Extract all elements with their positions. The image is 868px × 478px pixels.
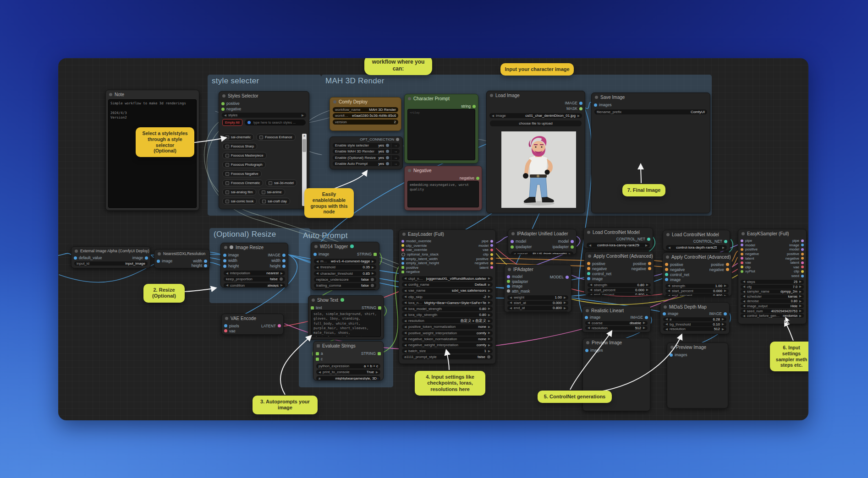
slot-dot-icon[interactable] (490, 257, 493, 260)
group-title[interactable]: Auto Prompt (299, 229, 393, 242)
output-slot[interactable]: positive (221, 101, 241, 106)
collapse-dot-icon[interactable] (670, 346, 674, 349)
node-wd14-tagger[interactable]: #22 ComfyUI WD 1.4 Tagger WD14 Tagger im… (311, 242, 379, 290)
prompt-textarea[interactable]: <riley (407, 109, 475, 160)
widget-row[interactable]: ◀input_idinput_image▶ (74, 261, 148, 266)
slot-dot-icon[interactable] (490, 240, 493, 243)
combo-left-arrow-icon[interactable]: ◀ (665, 322, 668, 326)
slot-dot-icon[interactable] (401, 244, 404, 247)
input-slot[interactable]: negative (587, 266, 611, 271)
slot-dot-icon[interactable] (587, 277, 590, 280)
combo-left-arrow-icon[interactable]: ◀ (510, 306, 512, 310)
slot-dot-icon[interactable] (571, 240, 574, 243)
widget-row[interactable]: ◀control_before_generaterandomize▶ (741, 314, 804, 318)
input-slot[interactable]: empty_latent_width (401, 256, 439, 261)
slot-dot-icon[interactable] (663, 312, 666, 315)
combo-right-arrow-icon[interactable]: ▶ (799, 314, 802, 318)
output-slot[interactable]: model (475, 244, 493, 248)
sticky-workflow-intro[interactable]: workflow where you can: (364, 58, 432, 75)
checkbox-icon[interactable] (225, 190, 229, 194)
combo-left-arrow-icon[interactable]: ◀ (404, 283, 407, 287)
input-slot[interactable]: model (741, 243, 759, 248)
slot-dot-icon[interactable] (396, 138, 399, 141)
slot-dot-icon[interactable] (801, 275, 804, 277)
combo-right-arrow-icon[interactable]: ▶ (488, 307, 490, 310)
collapse-dot-icon[interactable] (666, 255, 669, 259)
slot-dot-icon[interactable] (278, 324, 281, 327)
combo-right-arrow-icon[interactable]: ▶ (799, 299, 802, 303)
output-slot[interactable]: height (268, 263, 286, 269)
input-slot[interactable]: pipe (741, 239, 759, 243)
output-slot[interactable]: image (132, 256, 148, 260)
collapse-dot-icon[interactable] (317, 344, 320, 348)
combo-left-arrow-icon[interactable]: ◀ (588, 326, 590, 330)
style-toggle-button[interactable]: sai-comic book (222, 198, 257, 205)
widget-row[interactable]: ◀presetPLUS (high strength)▶ (511, 251, 573, 255)
slot-dot-icon[interactable] (204, 260, 207, 263)
combo-right-arrow-icon[interactable]: ▶ (488, 313, 490, 317)
node-title[interactable]: Preview Image (667, 343, 728, 351)
node-preview-image-2[interactable]: #27 Preview Image images (667, 342, 728, 408)
combo-left-arrow-icon[interactable]: ◀ (404, 331, 407, 335)
node-title[interactable]: Comfy Deploy (330, 98, 401, 106)
slot-dot-icon[interactable] (282, 265, 286, 268)
node-load-image[interactable]: #20 Load Image IMAGEMASK ◀imagecs01_char… (486, 91, 585, 213)
collapse-dot-icon[interactable] (742, 232, 745, 235)
combo-left-arrow-icon[interactable]: ◀ (226, 272, 228, 275)
combo-right-arrow-icon[interactable]: ▶ (564, 296, 566, 299)
node-image-resize[interactable]: #53 ComfyUI Essentials Image Resize imag… (220, 243, 288, 288)
widget-row[interactable]: ◀conditionalways▶ (224, 283, 285, 288)
style-toggle-button[interactable]: sai-anime (258, 189, 285, 196)
node-ipadapter[interactable]: #38 ComfyUI_IPAdapter_plus IPAdapter mod… (504, 265, 571, 312)
slot-dot-icon[interactable] (507, 280, 510, 283)
node-title[interactable]: Note (106, 90, 199, 98)
output-slot[interactable]: latent (475, 266, 493, 270)
collapse-dot-icon[interactable] (508, 268, 511, 271)
slot-dot-icon[interactable] (311, 306, 314, 310)
input-slot[interactable]: image (663, 312, 678, 315)
collapse-dot-icon[interactable] (588, 255, 591, 258)
slot-dot-icon[interactable] (648, 267, 651, 270)
slot-dot-icon[interactable] (313, 253, 317, 256)
output-slot[interactable]: CONTROL_NET (693, 239, 727, 243)
input-slot[interactable]: images (670, 352, 687, 358)
combo-left-arrow-icon[interactable]: ◀ (226, 283, 228, 287)
output-slot[interactable]: width (268, 258, 286, 263)
output-slot[interactable]: seed (786, 274, 804, 278)
group-title[interactable]: (Optional) Resize (209, 228, 310, 241)
output-slot[interactable]: positive (786, 252, 804, 256)
collapse-dot-icon[interactable] (312, 299, 315, 302)
collapse-dot-icon[interactable] (225, 317, 228, 320)
widget-row[interactable]: ◀strength0.80▶ (588, 283, 651, 287)
widget-row[interactable]: ◀steps25▶ (741, 280, 804, 284)
widget-row[interactable]: ◀control-lora-canny-rank256.safetensors▶ (587, 243, 650, 248)
combo-left-arrow-icon[interactable]: ◀ (404, 289, 407, 293)
output-slot[interactable]: model (553, 239, 574, 244)
widget-row[interactable]: ◀print_to_consoleTrue▶ (316, 369, 380, 375)
node-character-prompt[interactable]: #21 Crystools Character Prompt string <r… (404, 94, 478, 163)
group-title[interactable]: MAH 3D Render (321, 75, 712, 87)
widget-row[interactable]: ◀cfg7.0▶ (741, 285, 804, 289)
input-slot[interactable]: image (587, 276, 611, 281)
negative-textarea[interactable]: embedding:easynegative, worst quality (407, 181, 479, 207)
output-slot[interactable]: negative (632, 266, 651, 271)
combo-right-arrow-icon[interactable]: ▶ (488, 337, 490, 341)
combo-left-arrow-icon[interactable]: ◀ (404, 325, 407, 329)
combo-right-arrow-icon[interactable]: ▶ (643, 326, 645, 330)
slot-dot-icon[interactable] (587, 262, 590, 265)
input-slot[interactable]: clip (741, 265, 759, 270)
bypass-row[interactable]: Enable (Optional) Resizeyes→ (333, 155, 400, 160)
combo-right-arrow-icon[interactable]: ▶ (488, 343, 490, 347)
collapse-dot-icon[interactable] (586, 341, 589, 344)
bypass-row[interactable]: Enable MAH 3D Renderyes→ (333, 149, 400, 154)
output-slot[interactable]: clip (786, 269, 804, 274)
slot-dot-icon[interactable] (670, 353, 673, 357)
widget-row[interactable]: ◀resolution512▶ (585, 326, 648, 330)
slot-dot-icon[interactable] (665, 278, 668, 281)
combo-left-arrow-icon[interactable]: ◀ (743, 294, 745, 298)
combo-left-arrow-icon[interactable]: ◀ (224, 114, 226, 117)
slot-dot-icon[interactable] (741, 257, 743, 260)
combo-right-arrow-icon[interactable]: ▶ (646, 293, 648, 295)
node-title[interactable]: Preview Image (583, 338, 650, 347)
style-toggle-button[interactable]: sai-analog film (222, 189, 256, 196)
